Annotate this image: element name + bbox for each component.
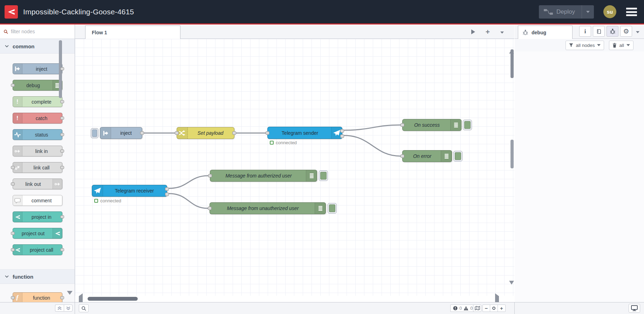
add-flow-button[interactable]: + [486, 28, 490, 35]
navigator-button[interactable] [473, 305, 481, 312]
trash-icon [612, 43, 617, 48]
main-menu-button[interactable] [626, 8, 637, 16]
flow-node-inject[interactable]: inject [100, 127, 142, 139]
canvas-vertical-scrollbar[interactable] [509, 39, 514, 289]
expand-categories-button[interactable] [64, 305, 73, 312]
deploy-options-caret[interactable] [582, 5, 594, 19]
canvas-horizontal-scrollbar[interactable] [75, 296, 514, 302]
palette-node-link-in[interactable]: link in [13, 146, 62, 156]
scrollbar-thumb[interactable] [511, 49, 514, 78]
debug-clear-dropdown[interactable]: all [609, 41, 633, 50]
debug-tab-button[interactable] [607, 26, 618, 37]
palette-node-project-out[interactable]: project out [13, 228, 62, 239]
scrollbar-thumb[interactable] [88, 297, 138, 301]
output-port-1[interactable] [165, 187, 169, 191]
sidebar-tabbar: debug i ⚙ [515, 25, 644, 39]
palette-node-link-out[interactable]: link out [13, 179, 62, 189]
flow-node-msg-authorized[interactable]: Message from autherized user [210, 170, 317, 182]
scroll-down-arrow[interactable] [509, 285, 514, 291]
input-port[interactable] [400, 154, 404, 158]
flow-node-on-success[interactable]: On success [402, 119, 461, 131]
flow-canvas[interactable]: inject Set payload Telegram sender conne… [75, 39, 514, 296]
divider [514, 302, 515, 314]
device-view-button[interactable] [629, 304, 640, 313]
node-label: On success [403, 119, 461, 131]
palette-filter-input[interactable] [10, 28, 57, 35]
funnel-icon [569, 43, 573, 47]
debug-sidebar: debug i ⚙ all nodes al [515, 25, 644, 302]
inject-trigger-button[interactable] [91, 128, 98, 138]
debug-toggle-button[interactable] [319, 170, 328, 181]
scroll-left-arrow[interactable] [79, 296, 83, 302]
config-nodes-tab-button[interactable]: ⚙ [620, 26, 632, 37]
palette-node-link-call[interactable]: link call [13, 162, 62, 173]
search-flows-button[interactable] [79, 304, 89, 312]
tab-scroll-right-button[interactable] [471, 29, 475, 34]
debug-toggle-button[interactable] [463, 120, 472, 130]
notification-badges[interactable]: 0 0 [450, 305, 475, 312]
user-avatar[interactable]: su [603, 5, 616, 18]
debug-toggle-button[interactable] [453, 151, 463, 161]
monitor-icon [631, 305, 638, 311]
palette-category-function[interactable]: function [0, 269, 75, 284]
filter-label: all nodes [576, 43, 595, 48]
gear-icon: ⚙ [623, 28, 629, 35]
flow-node-msg-unauthorized[interactable]: Message from unautherized user [210, 202, 326, 214]
flow-node-telegram-sender[interactable]: Telegram sender [267, 127, 342, 139]
palette-node-function[interactable]: ƒ function [13, 292, 62, 302]
zoom-out-button[interactable]: − [482, 305, 490, 312]
output-port [60, 117, 64, 120]
output-port-1[interactable] [340, 129, 344, 133]
header: Impossible-Cackling-Goose-4615 Deploy su [0, 0, 644, 25]
book-icon [596, 29, 602, 34]
sidebar-menu-caret[interactable] [636, 28, 639, 35]
palette-node-project-call[interactable]: project call [13, 244, 62, 255]
output-port [60, 67, 64, 70]
tab-debug[interactable]: debug [518, 26, 573, 39]
error-count-icon [453, 306, 458, 310]
deploy-button[interactable]: Deploy [539, 5, 594, 19]
double-chevron-up-icon [57, 306, 62, 310]
palette-node-inject[interactable]: inject [13, 63, 62, 74]
palette-node-comment[interactable]: comment [13, 195, 62, 206]
info-tab-button[interactable]: i [579, 26, 591, 37]
flow-node-on-error[interactable]: On error [402, 150, 452, 162]
node-label: Message from autherized user [210, 170, 317, 181]
input-port[interactable] [208, 207, 212, 210]
palette-node-project-in[interactable]: project in [13, 211, 62, 222]
warning-count-icon [464, 306, 468, 310]
scrollbar-thumb[interactable] [511, 140, 514, 168]
statusbar: 0 0 − + [0, 302, 644, 314]
output-port-2[interactable] [165, 193, 169, 196]
debug-toggle-button[interactable] [328, 203, 337, 214]
scroll-right-arrow[interactable] [495, 296, 499, 302]
palette-node-debug[interactable]: debug [13, 80, 62, 91]
flow-list-caret[interactable] [500, 29, 504, 35]
input-port [11, 232, 15, 235]
debug-filter-dropdown[interactable]: all nodes [566, 41, 604, 50]
search-icon [81, 306, 86, 311]
input-port [11, 248, 15, 251]
help-tab-button[interactable] [593, 26, 605, 37]
output-port-2[interactable] [340, 134, 344, 138]
collapse-categories-button[interactable] [55, 305, 64, 312]
palette-scroll-down-arrow[interactable] [67, 295, 73, 301]
zoom-reset-button[interactable] [490, 305, 498, 312]
input-port[interactable] [208, 174, 212, 177]
tab-flow1[interactable]: Flow 1 [85, 26, 180, 39]
input-port[interactable] [266, 131, 269, 135]
input-port[interactable] [175, 131, 179, 135]
palette-category-common[interactable]: common [0, 39, 75, 54]
zoom-in-button[interactable]: + [498, 305, 506, 312]
flow-node-set-payload[interactable]: Set payload [177, 127, 234, 139]
palette-node-complete[interactable]: ! complete [13, 96, 62, 107]
output-port[interactable] [140, 131, 144, 135]
palette-node-catch[interactable]: ! catch [13, 113, 62, 124]
palette-node-status[interactable]: status [13, 129, 62, 140]
debug-toolbar: all nodes all [515, 39, 644, 51]
output-port[interactable] [232, 131, 236, 135]
deploy-icon [544, 9, 553, 15]
flow-node-telegram-receiver[interactable]: Telegram receiver [92, 185, 167, 197]
input-port[interactable] [400, 123, 404, 127]
zoom-controls: − + [482, 305, 506, 312]
